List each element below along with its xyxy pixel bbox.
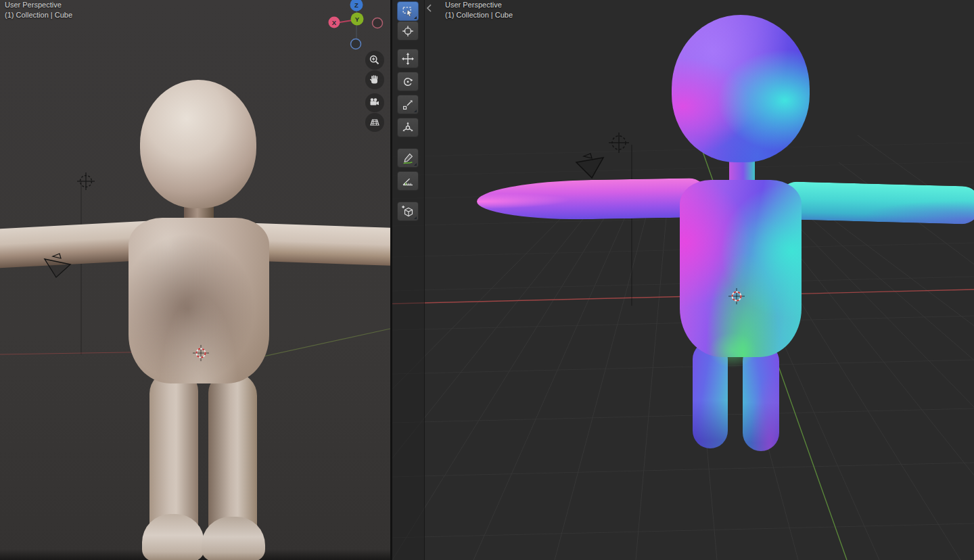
add-cube-icon bbox=[401, 205, 415, 218]
axis-z-label: Z bbox=[354, 1, 358, 9]
camera-view-icon bbox=[368, 96, 381, 110]
move-icon bbox=[401, 52, 415, 66]
tool-annotate[interactable] bbox=[397, 148, 419, 168]
cursor-3d-icon bbox=[401, 24, 415, 38]
tool-measure[interactable] bbox=[397, 171, 419, 191]
tool-scale[interactable] bbox=[397, 95, 419, 114]
tool-rotate[interactable] bbox=[397, 72, 419, 91]
normal-right-arm[interactable] bbox=[777, 181, 974, 225]
viewport-right[interactable]: User Perspective (1) Collection | Cube bbox=[392, 0, 974, 560]
normal-crotch-highlight bbox=[709, 333, 756, 368]
axis-neg-z-ball[interactable] bbox=[351, 39, 361, 49]
tool-shelf bbox=[392, 0, 425, 560]
clay-head[interactable] bbox=[140, 80, 256, 208]
blender-window: User Perspective (1) Collection | Cube Z… bbox=[0, 0, 974, 560]
pan-hand-icon bbox=[368, 73, 381, 87]
camera-view-button[interactable] bbox=[365, 93, 384, 112]
axis-gizmo[interactable]: Z X Y bbox=[308, 0, 390, 57]
annotate-icon bbox=[401, 151, 415, 165]
zoom-button[interactable] bbox=[365, 51, 384, 70]
measure-icon bbox=[401, 174, 415, 188]
clay-left-foot[interactable] bbox=[142, 514, 204, 560]
select-box-icon bbox=[401, 5, 415, 18]
tool-transform[interactable] bbox=[397, 118, 419, 137]
tool-select-box[interactable] bbox=[397, 1, 419, 21]
grid-perspective-button[interactable] bbox=[365, 113, 384, 132]
axis-neg-x-ball[interactable] bbox=[373, 18, 383, 28]
clay-torso[interactable] bbox=[129, 218, 269, 383]
scale-icon bbox=[401, 98, 415, 112]
pan-button[interactable] bbox=[365, 70, 384, 89]
tool-add-cube[interactable] bbox=[397, 202, 419, 221]
tool-move[interactable] bbox=[397, 49, 419, 68]
normal-torso[interactable] bbox=[680, 180, 802, 357]
rotate-icon bbox=[401, 75, 415, 89]
axis-x-line bbox=[340, 20, 352, 22]
grid-perspective-icon bbox=[368, 116, 381, 129]
normal-head[interactable] bbox=[672, 15, 810, 162]
axis-y-label: Y bbox=[355, 16, 360, 23]
tool-cursor[interactable] bbox=[397, 21, 419, 41]
transform-icon bbox=[401, 121, 415, 135]
axis-x-label: X bbox=[332, 19, 337, 26]
toolbar-collapse-arrow[interactable] bbox=[426, 3, 433, 13]
zoom-icon bbox=[368, 53, 381, 67]
viewport-left[interactable]: User Perspective (1) Collection | Cube Z… bbox=[0, 0, 390, 560]
